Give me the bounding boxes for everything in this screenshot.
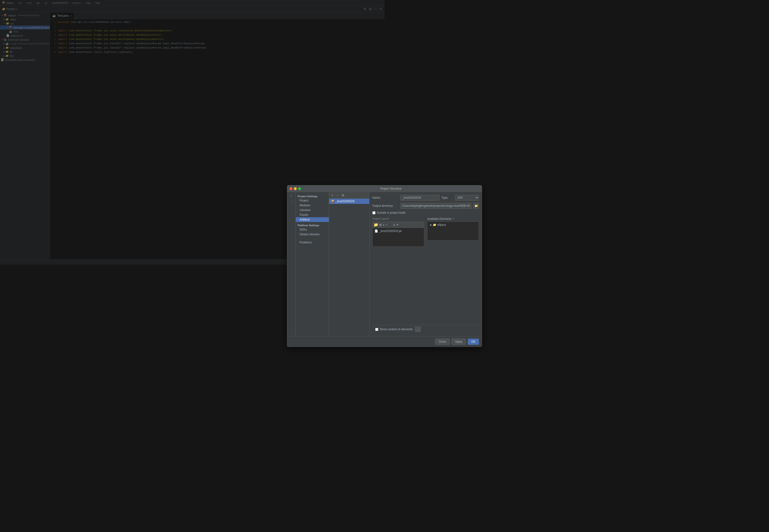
include-checkbox-row: Include in project build bbox=[372, 211, 385, 214]
layout-item-jar[interactable]: 📄 _test20200529.jar bbox=[374, 229, 385, 233]
maximize-window-btn[interactable] bbox=[298, 187, 301, 190]
output-layout-label: Output Layout bbox=[372, 217, 385, 220]
artifact-toolbar: + − ⧉ bbox=[329, 192, 369, 199]
minimize-window-btn[interactable] bbox=[294, 187, 297, 190]
close-window-btn[interactable] bbox=[290, 187, 292, 190]
project-settings-section: Project Settings bbox=[296, 194, 329, 198]
artifact-item-test[interactable]: 📦 _test20200529 bbox=[329, 199, 369, 204]
modal-overlay: Project Structure ← → Project Settings P… bbox=[0, 0, 385, 266]
modal-nav-arrows: ← → bbox=[287, 192, 296, 266]
jar-icon: 📦 bbox=[331, 200, 335, 203]
jar-file-icon: 📄 bbox=[375, 229, 378, 233]
include-checkbox[interactable] bbox=[372, 211, 375, 214]
back-arrow-btn[interactable]: ← bbox=[290, 194, 293, 198]
artifact-detail: Name: Type: JAR Output directory: 📁 bbox=[370, 192, 385, 266]
nav-item-global-libraries[interactable]: Global Libraries bbox=[296, 232, 329, 237]
modal-title-bar: Project Structure bbox=[287, 185, 385, 192]
nav-item-project[interactable]: Project bbox=[296, 198, 329, 203]
nav-item-problems[interactable]: Problems bbox=[296, 240, 329, 245]
artifact-copy-btn[interactable]: ⧉ bbox=[340, 193, 345, 198]
modal-body: ← → Project Settings Project Modules Lib… bbox=[287, 192, 385, 266]
output-dir-row: Output directory: 📁 bbox=[372, 203, 385, 209]
modal-middle: + − ⧉ 📦 _test20200529 Name bbox=[329, 192, 385, 266]
output-layout-list: 📄 _test20200529.jar bbox=[372, 228, 385, 247]
layout-add-jar-btn[interactable]: 📁 bbox=[374, 222, 378, 227]
nav-item-facets[interactable]: Facets bbox=[296, 212, 329, 217]
platform-settings-section: Platform Settings bbox=[296, 222, 329, 227]
name-label: Name: bbox=[372, 196, 385, 199]
modal-title: Project Structure bbox=[302, 187, 385, 190]
nav-item-sdks[interactable]: SDKs bbox=[296, 227, 329, 232]
artifact-add-btn[interactable]: + bbox=[330, 193, 335, 198]
nav-item-modules[interactable]: Modules bbox=[296, 203, 329, 208]
artifact-list: 📦 _test20200529 bbox=[329, 199, 369, 266]
nav-item-artifacts[interactable]: Artifacts bbox=[296, 217, 329, 222]
name-row: Name: Type: JAR bbox=[372, 195, 385, 201]
forward-arrow-btn[interactable]: → bbox=[290, 199, 293, 202]
nav-item-libraries[interactable]: Libraries bbox=[296, 208, 329, 212]
layout-grid-btn[interactable]: ⊞ bbox=[379, 223, 382, 227]
layout-add-btn[interactable]: + bbox=[383, 223, 385, 227]
artifact-remove-btn[interactable]: − bbox=[335, 193, 340, 198]
artifact-list-panel: + − ⧉ 📦 _test20200529 bbox=[329, 192, 370, 266]
include-label[interactable]: Include in project build bbox=[377, 211, 385, 214]
output-layout-section: Output Layout 📁 ⊞ + − ⬛ ▲ ▼ bbox=[372, 217, 385, 266]
project-structure-modal: Project Structure ← → Project Settings P… bbox=[287, 185, 385, 266]
modal-left-nav: Project Settings Project Modules Librari… bbox=[296, 192, 329, 266]
output-dir-label: Output directory: bbox=[372, 204, 385, 207]
output-layout-left: Output Layout 📁 ⊞ + − ⬛ ▲ ▼ bbox=[372, 217, 385, 266]
output-layout-toolbar: 📁 ⊞ + − ⬛ ▲ ▼ bbox=[372, 222, 385, 228]
